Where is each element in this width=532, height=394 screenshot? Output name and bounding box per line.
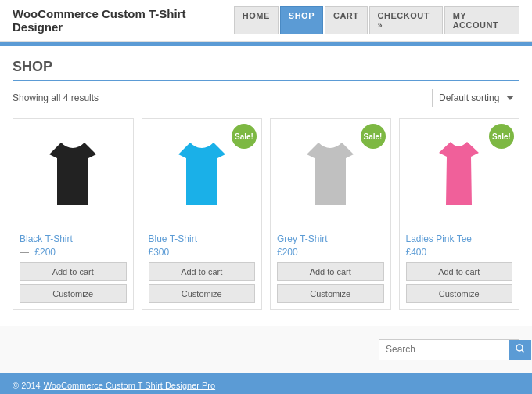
product-card-black: Black T-Shirt — £200 Add to cart Customi… [13, 118, 134, 310]
product-card-grey: Sale! Grey T-Shirt £200 Add to cart Cust… [270, 118, 391, 310]
customize-black[interactable]: Customize [20, 284, 127, 303]
search-wrap [379, 339, 519, 360]
price-grey: £200 [277, 247, 298, 258]
add-to-cart-blue[interactable]: Add to cart [149, 262, 256, 281]
old-price-black: — [20, 247, 29, 258]
tshirt-svg-blue [174, 139, 229, 209]
footer-inner: © 2014 WooCommerce Custom T Shirt Design… [13, 381, 519, 390]
product-name-blue: Blue T-Shirt [149, 233, 256, 244]
product-image-black [21, 127, 125, 221]
nav-checkout[interactable]: CHECKOUT » [369, 6, 443, 34]
customize-grey[interactable]: Customize [277, 284, 384, 303]
main-content: SHOP Showing all 4 results Default sorti… [0, 46, 532, 310]
header: WooCommerce Custom T-Shirt Designer HOME… [0, 0, 532, 42]
product-info-grey: Grey T-Shirt £200 Add to cart Customize [271, 229, 390, 309]
search-input[interactable] [379, 340, 509, 359]
product-grid: Black T-Shirt — £200 Add to cart Customi… [13, 118, 519, 310]
price-blue: £300 [149, 247, 170, 258]
bottom-section [0, 326, 532, 373]
tshirt-svg-grey [303, 139, 358, 209]
product-name-black: Black T-Shirt [20, 233, 127, 244]
add-to-cart-grey[interactable]: Add to cart [277, 262, 384, 281]
product-card-blue: Sale! Blue T-Shirt £300 Add to cart Cust… [142, 118, 263, 310]
sale-badge-pink: Sale! [489, 124, 514, 149]
product-image-wrap-blue: Sale! [142, 119, 262, 229]
footer-copyright: © 2014 [13, 381, 41, 390]
results-count: Showing all 4 results [13, 92, 99, 103]
nav-shop[interactable]: SHOP [280, 6, 323, 34]
add-to-cart-black[interactable]: Add to cart [20, 262, 127, 281]
sale-badge-grey: Sale! [361, 124, 386, 149]
tshirt-svg-black [45, 139, 100, 209]
product-image-wrap-grey: Sale! [271, 119, 390, 229]
product-info-black: Black T-Shirt — £200 Add to cart Customi… [13, 229, 133, 309]
product-image-wrap [13, 119, 133, 229]
customize-pink[interactable]: Customize [406, 284, 513, 303]
product-price-grey: £200 [277, 247, 384, 258]
nav-home[interactable]: HOME [234, 6, 279, 34]
page-title: SHOP [13, 59, 519, 81]
svg-point-0 [516, 345, 523, 351]
sale-badge-blue: Sale! [232, 124, 257, 149]
price-pink: £400 [406, 247, 427, 258]
footer: © 2014 WooCommerce Custom T Shirt Design… [0, 373, 532, 394]
sort-select[interactable]: Default sorting [432, 89, 519, 107]
nav-cart[interactable]: CART [325, 6, 368, 34]
search-icon [516, 344, 525, 353]
customize-blue[interactable]: Customize [149, 284, 256, 303]
svg-line-1 [522, 350, 524, 352]
nav: HOME SHOP CART CHECKOUT » MY ACCOUNT [234, 6, 519, 34]
product-info-pink: Ladies Pink Tee £400 Add to cart Customi… [400, 229, 519, 309]
search-button[interactable] [509, 340, 531, 360]
product-name-pink: Ladies Pink Tee [406, 233, 513, 244]
footer-link[interactable]: WooCommerce Custom T Shirt Designer Pro [44, 381, 215, 390]
nav-my-account[interactable]: MY ACCOUNT [444, 6, 519, 34]
shop-meta: Showing all 4 results Default sorting [13, 89, 519, 107]
product-card-pink: Sale! Ladies Pink Tee £400 Add to cart C… [399, 118, 520, 310]
product-price-blue: £300 [149, 247, 256, 258]
product-price-black: — £200 [20, 247, 127, 258]
product-info-blue: Blue T-Shirt £300 Add to cart Customize [142, 229, 262, 309]
add-to-cart-pink[interactable]: Add to cart [406, 262, 513, 281]
product-name-grey: Grey T-Shirt [277, 233, 384, 244]
site-title: WooCommerce Custom T-Shirt Designer [13, 7, 234, 34]
tshirt-svg-pink [433, 139, 484, 209]
price-black: £200 [34, 247, 56, 258]
product-image-wrap-pink: Sale! [400, 119, 519, 229]
product-price-pink: £400 [406, 247, 513, 258]
